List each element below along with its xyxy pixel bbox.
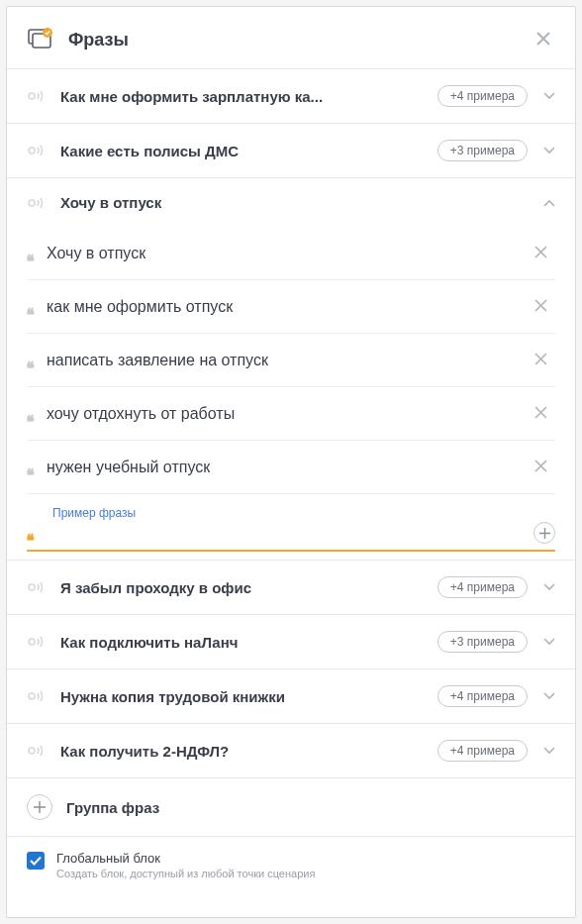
add-phrase-button[interactable] [534, 522, 555, 544]
sound-icon [27, 89, 47, 103]
group-header[interactable]: Как подключить наЛанч +3 примера [7, 615, 575, 668]
svg-point-4 [29, 148, 35, 154]
global-title: Глобальный блок [56, 851, 315, 866]
delete-phrase-icon[interactable] [533, 294, 549, 319]
examples-badge[interactable]: +4 примера [437, 576, 528, 598]
add-group-row[interactable]: Группа фраз [7, 777, 575, 836]
svg-point-5 [29, 200, 35, 206]
phrase-input-row: ❜❜ [27, 522, 555, 552]
phrases-panel: Фразы Как мне оформить зарплатную ка... … [6, 6, 576, 918]
global-text: Глобальный блок Создать блок, доступный … [56, 851, 315, 879]
svg-point-7 [29, 639, 35, 645]
sound-icon [27, 689, 47, 703]
phrases-icon [27, 26, 54, 53]
examples-badge[interactable]: +4 примера [437, 740, 528, 762]
phrase-group: Как подключить наЛанч +3 примера [7, 614, 575, 668]
phrase-group: Хочу в отпуск ❜❜ Хочу в отпуск ❜❜ как мн… [7, 177, 575, 560]
chevron-down-icon [543, 147, 555, 154]
phrase-input-wrap: Пример фразы ❜❜ [27, 494, 555, 556]
examples-badge[interactable]: +3 примера [437, 140, 528, 161]
phrase-group: Я забыл проходку в офис +4 примера [7, 560, 575, 614]
quote-icon: ❜❜ [29, 457, 35, 478]
phrase-item: ❜❜ как мне оформить отпуск [27, 280, 555, 334]
quote-icon: ❜❜ [29, 403, 35, 425]
delete-phrase-icon[interactable] [533, 348, 549, 372]
group-title: Хочу в отпуск [60, 194, 543, 211]
close-icon[interactable] [532, 25, 555, 54]
delete-phrase-icon[interactable] [533, 241, 549, 265]
phrase-text[interactable]: как мне оформить отпуск [47, 298, 533, 316]
group-title: Как подключить наЛанч [60, 634, 437, 651]
quote-icon: ❜❜ [29, 296, 35, 318]
examples-badge[interactable]: +4 примера [437, 685, 528, 707]
sound-icon [27, 744, 47, 758]
global-checkbox[interactable] [27, 852, 45, 870]
chevron-down-icon [543, 92, 555, 100]
add-group-button[interactable] [27, 794, 52, 820]
chevron-down-icon [543, 583, 555, 591]
quote-icon: ❜❜ [29, 522, 35, 544]
quote-icon: ❜❜ [29, 243, 35, 264]
group-header[interactable]: Какие есть полисы ДМС +3 примера [7, 124, 575, 177]
delete-phrase-icon[interactable] [533, 455, 549, 479]
sound-icon [27, 196, 47, 210]
sound-icon [27, 144, 47, 157]
chevron-down-icon [543, 638, 555, 646]
add-group-label: Группа фраз [66, 799, 159, 816]
group-title: Как мне оформить зарплатную ка... [60, 88, 437, 105]
chevron-down-icon [543, 747, 555, 755]
sound-icon [27, 635, 47, 649]
group-header[interactable]: Я забыл проходку в офис +4 примера [7, 561, 575, 614]
phrase-item: ❜❜ хочу отдохнуть от работы [27, 387, 555, 441]
phrase-group: Какие есть полисы ДМС +3 примера [7, 123, 575, 177]
global-desc: Создать блок, доступный из любой точки с… [56, 868, 315, 879]
chevron-up-icon [543, 199, 555, 207]
panel-title: Фразы [68, 30, 532, 51]
svg-point-8 [29, 693, 35, 699]
group-header[interactable]: Как получить 2-НДФЛ? +4 примера [7, 724, 575, 777]
quote-icon: ❜❜ [29, 350, 35, 371]
svg-point-6 [29, 584, 35, 590]
phrase-list: ❜❜ Хочу в отпуск ❜❜ как мне оформить отп… [7, 227, 575, 560]
phrase-text[interactable]: Хочу в отпуск [47, 245, 533, 262]
phrase-item: ❜❜ написать заявление на отпуск [27, 334, 555, 387]
group-header[interactable]: Нужна копия трудовой книжки +4 примера [7, 669, 575, 723]
group-title: Нужна копия трудовой книжки [60, 688, 437, 705]
phrase-text[interactable]: нужен учебный отпуск [47, 459, 533, 476]
panel-header: Фразы [7, 7, 575, 68]
phrase-input-label: Пример фразы [52, 506, 555, 520]
global-block-row: Глобальный блок Создать блок, доступный … [7, 836, 575, 899]
phrase-group: Как получить 2-НДФЛ? +4 примера [7, 723, 575, 777]
sound-icon [27, 580, 47, 594]
group-title: Какие есть полисы ДМС [60, 143, 437, 159]
phrase-text[interactable]: хочу отдохнуть от работы [47, 405, 533, 423]
svg-point-9 [29, 748, 35, 754]
group-title: Я забыл проходку в офис [60, 579, 437, 596]
group-title: Как получить 2-НДФЛ? [60, 743, 437, 760]
delete-phrase-icon[interactable] [533, 401, 549, 426]
phrase-item: ❜❜ Хочу в отпуск [27, 227, 555, 280]
phrase-group: Как мне оформить зарплатную ка... +4 при… [7, 68, 575, 123]
examples-badge[interactable]: +3 примера [437, 631, 528, 653]
svg-point-3 [29, 93, 35, 99]
group-header[interactable]: Хочу в отпуск [7, 178, 575, 227]
examples-badge[interactable]: +4 примера [437, 85, 528, 107]
phrase-item: ❜❜ нужен учебный отпуск [27, 441, 555, 494]
phrase-text[interactable]: написать заявление на отпуск [47, 352, 533, 369]
phrase-group: Нужна копия трудовой книжки +4 примера [7, 668, 575, 723]
phrase-input[interactable] [47, 524, 534, 542]
group-header[interactable]: Как мне оформить зарплатную ка... +4 при… [7, 69, 575, 123]
chevron-down-icon [543, 692, 555, 700]
